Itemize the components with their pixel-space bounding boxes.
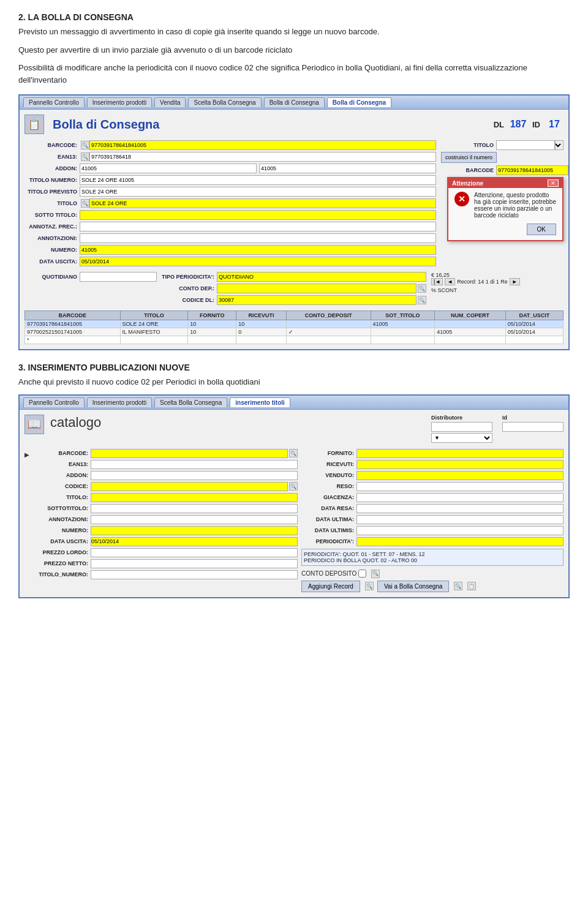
cf-data-ultima-input[interactable]	[356, 515, 564, 524]
cf-prezzo-netto-input[interactable]	[91, 559, 298, 568]
table-row[interactable]: 977002521501741005 IL MANIFESTO 10 0 ✓ 4…	[25, 328, 564, 336]
aggiungi-record-button[interactable]: Aggiungi Record	[301, 581, 360, 592]
vai-bolla-button[interactable]: Vai a Bolla Consegna	[377, 581, 449, 592]
bolla-form-title: Bolla di Consegna	[53, 118, 159, 132]
cf-annotazioni-input[interactable]	[91, 515, 298, 524]
tipo-periodicita-input[interactable]	[217, 272, 426, 282]
codice-dl-input[interactable]	[217, 295, 417, 305]
dialog-ok-button[interactable]: OK	[527, 224, 556, 235]
tab-inserimento-prodotti[interactable]: Inserimento prodotti	[87, 97, 152, 107]
cell-ricevuti: 10	[236, 320, 287, 328]
codice-dl-search-icon[interactable]: 🔍	[418, 296, 426, 304]
cf-barcode-input[interactable]	[91, 449, 288, 458]
action-buttons: Aggiungi Record 🔍 Vai a Bolla Consegna 🔍…	[301, 581, 564, 592]
conto-dep-search-icon[interactable]: 🔍	[418, 284, 426, 293]
cf-row-data-resa: DATA RESA:	[301, 504, 564, 513]
annotazioni-input[interactable]	[80, 233, 436, 243]
data-uscita-input[interactable]	[80, 257, 436, 266]
cf-ean13-input[interactable]	[91, 460, 298, 469]
titolo-previsto-label: TITOLO PREVISTO	[24, 189, 80, 195]
cell-titolo: IL MANIFESTO	[120, 328, 188, 336]
cf-giacenza-input[interactable]	[356, 493, 564, 502]
cf-codice-input[interactable]	[91, 482, 288, 491]
tab-bolla-consegna-1[interactable]: Bolla di Consegna	[264, 97, 325, 107]
ean13-search-icon[interactable]: 🔍	[81, 152, 89, 161]
cat-tab-inserimento[interactable]: Inserimento prodotti	[87, 397, 152, 407]
aggiungi-help-icon[interactable]: 🔍	[365, 582, 374, 590]
cf-prezzo-lordo-input[interactable]	[91, 548, 298, 557]
section2-para3: Possibilità di modificare anche la perio…	[18, 62, 570, 86]
barcode-right-input[interactable]	[496, 165, 568, 175]
cf-addon-input[interactable]	[91, 471, 298, 480]
titolo-dropdown[interactable]: ▼	[555, 140, 564, 150]
dialog-close-button[interactable]: ✕	[548, 179, 559, 187]
annotaz-prec-input[interactable]	[80, 222, 436, 231]
cf-data-uscita-input[interactable]	[91, 537, 298, 546]
addon-input2[interactable]	[259, 164, 436, 173]
conto-deposito-checkbox[interactable]	[358, 570, 366, 578]
titolo-numero-input[interactable]	[80, 175, 436, 185]
cat-tab-scelta[interactable]: Scelta Bolla Consegna	[154, 397, 227, 407]
tab-scelta-bolla[interactable]: Scelta Bolla Consegna	[188, 97, 261, 107]
row-codice-dl: CODICE DL: 🔍	[162, 295, 426, 305]
col-titolo: TITOLO	[120, 311, 188, 320]
catalog-id-input[interactable]	[502, 422, 564, 432]
costruisci-button[interactable]: costruisci il numero	[441, 152, 497, 163]
cf-titolo-input[interactable]	[91, 493, 298, 502]
bottom-right-info: € 16,25 |◄ ◄ Record: 14 1 di 1 Re ► % SC…	[431, 272, 564, 293]
cf-sottotitolo-input[interactable]	[91, 504, 298, 513]
barcode-search-icon[interactable]: 🔍	[81, 141, 89, 149]
vai-bolla-help-icon[interactable]: 🔍	[454, 582, 462, 590]
col-num-copert: NUM_COPERT	[435, 311, 505, 320]
cf-numero-input[interactable]	[91, 526, 298, 535]
distributor-input[interactable]	[431, 422, 492, 432]
distributor-dropdown[interactable]: ▼	[431, 433, 492, 443]
cf-row-numero: NUMERO:	[36, 526, 298, 535]
table-row[interactable]: 977039178641841005 SOLE 24 ORE 10 10 410…	[25, 320, 564, 328]
cf-venduto-input[interactable]	[356, 471, 564, 480]
titolo-search-icon[interactable]: 🔍	[81, 199, 89, 208]
vai-bolla-extra-icon[interactable]: 📋	[467, 582, 476, 590]
cf-periodicita-input[interactable]	[356, 537, 564, 546]
sotto-titolo-input[interactable]	[80, 210, 436, 220]
numero-input[interactable]	[80, 245, 436, 255]
tab-bolla-consegna-active[interactable]: Bolla di Consegna	[327, 97, 391, 107]
conto-deposito-search-icon[interactable]: 🔍	[371, 570, 380, 578]
quotidiano-input[interactable]	[80, 272, 157, 282]
cf-barcode-icon[interactable]: 🔍	[289, 449, 298, 457]
bolla-left-fields: BARCODE: 🔍 EAN13: 🔍 ADDON:	[24, 140, 436, 268]
conto-dep-input[interactable]	[217, 284, 417, 293]
row-sotto-titolo: SOTTO TITOLO:	[24, 210, 436, 220]
cell-sot-titolo	[371, 328, 435, 336]
record-first-button[interactable]: |◄	[431, 278, 443, 285]
barcode-input[interactable]	[89, 140, 436, 150]
tab-vendita[interactable]: Vendita	[154, 97, 186, 107]
cat-tab-pannello[interactable]: Pannello Controllo	[23, 397, 85, 407]
ean13-input[interactable]	[89, 152, 436, 162]
record-next-button[interactable]: ►	[510, 278, 520, 285]
bolla-body: 📋 Bolla di Consegna DL 187 ID 17 BARCODE…	[20, 110, 568, 349]
cf-data-ultimis-input[interactable]	[356, 526, 564, 535]
addon-input1[interactable]	[80, 164, 257, 173]
titolo-previsto-input[interactable]	[80, 187, 436, 197]
cf-titolo-numero-input[interactable]	[91, 570, 298, 579]
cf-fornito-input[interactable]	[356, 449, 564, 458]
row-tipo-periodicita: TIPO PERIODICITA':	[162, 272, 426, 282]
record-prev-button[interactable]: ◄	[445, 278, 455, 285]
titolo-right-input[interactable]	[496, 140, 555, 150]
cf-codice-icon[interactable]: 🔍	[289, 482, 298, 491]
cat-tab-inserimento-titoli[interactable]: inserimento titoli	[230, 397, 290, 407]
tab-pannello[interactable]: Pannello Controllo	[23, 97, 85, 107]
row-titolo-previsto: TITOLO PREVISTO	[24, 187, 436, 197]
catalog-right-col: FORNITO: RICEVUTI: VENDUTO: RESO:	[301, 449, 564, 592]
cf-data-resa-input[interactable]	[356, 504, 564, 513]
bolla-icon: 📋	[24, 115, 44, 134]
cf-row-data-ultima: DATA ULTIMA:	[301, 515, 564, 524]
cf-giacenza-label: GIACENZA:	[301, 494, 356, 500]
cf-reso-input[interactable]	[356, 482, 564, 491]
dialog-error-icon: ✕	[454, 192, 469, 206]
bolla-table: BARCODE TITOLO FORNITO RICEVUTI CONTO_DE…	[24, 310, 564, 344]
cf-numero-label: NUMERO:	[36, 527, 91, 533]
titolo-input[interactable]	[89, 198, 436, 208]
cf-ricevuti-input[interactable]	[356, 460, 564, 469]
